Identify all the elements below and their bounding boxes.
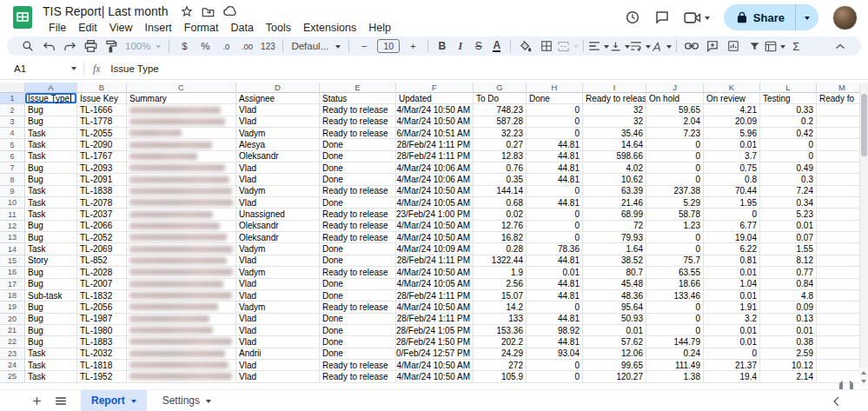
cell-C13[interactable] xyxy=(127,232,236,243)
cloud-saved-icon[interactable] xyxy=(223,6,237,17)
row-header-7[interactable]: 7 xyxy=(0,162,25,174)
cell-E15[interactable]: Done xyxy=(320,255,396,267)
cell-C2[interactable] xyxy=(127,104,236,116)
add-sheet-icon[interactable] xyxy=(31,395,43,407)
cell-C22[interactable] xyxy=(127,336,236,348)
sheets-logo-icon[interactable] xyxy=(11,6,34,29)
cell-I17[interactable]: 45.48 xyxy=(583,279,646,290)
cell-G25[interactable]: 105.9 xyxy=(474,371,527,382)
cell-H5[interactable]: 44.81 xyxy=(527,139,583,150)
row-header-5[interactable]: 5 xyxy=(0,139,25,150)
cell-A24[interactable]: Task xyxy=(25,360,77,371)
cell-G5[interactable]: 0.27 xyxy=(474,139,527,150)
cell-A3[interactable]: Bug xyxy=(25,116,77,128)
cell-K20[interactable]: 3.2 xyxy=(704,314,760,325)
cell-E7[interactable]: Done xyxy=(320,162,396,174)
cell-E8[interactable]: Done xyxy=(320,174,396,185)
cell-L23[interactable]: 2.59 xyxy=(760,348,817,360)
cell-G8[interactable]: 0.35 xyxy=(474,174,527,185)
cell-E2[interactable]: Ready to release xyxy=(320,104,396,116)
cell-G1[interactable]: To Do xyxy=(474,93,527,104)
cell-I20[interactable]: 50.93 xyxy=(583,314,646,325)
cell-F1[interactable]: Updated xyxy=(396,93,474,104)
cell-B8[interactable]: TL-2091 xyxy=(77,174,127,185)
cell-K2[interactable]: 4.21 xyxy=(704,104,760,116)
cell-L2[interactable]: 0.33 xyxy=(760,104,817,116)
cell-B19[interactable]: TL-2056 xyxy=(77,302,127,313)
cell-A22[interactable]: Bug xyxy=(25,336,77,348)
cell-J14[interactable]: 0 xyxy=(646,243,704,255)
cell-F10[interactable]: 4/Mar/24 10:05 AM xyxy=(396,197,474,209)
cell-A25[interactable]: Task xyxy=(25,371,77,382)
cell-E4[interactable]: Ready to release xyxy=(320,128,396,139)
cell-K13[interactable]: 19.04 xyxy=(704,232,760,243)
row-header-15[interactable]: 15 xyxy=(0,255,25,267)
menu-tools[interactable]: Tools xyxy=(260,21,297,35)
cell-I15[interactable]: 38.52 xyxy=(583,255,646,267)
cell-I9[interactable]: 63.39 xyxy=(583,186,646,197)
cell-C15[interactable] xyxy=(127,255,236,267)
cell-F15[interactable]: 28/Feb/24 1:11 PM xyxy=(396,255,474,267)
cell-D3[interactable]: Vlad xyxy=(236,116,320,128)
cell-F3[interactable]: 4/Mar/24 10:50 AM xyxy=(396,116,474,128)
cell-F12[interactable]: 4/Mar/24 10:50 AM xyxy=(396,221,474,232)
row-header-23[interactable]: 23 xyxy=(0,348,25,360)
cell-A23[interactable]: Task xyxy=(25,348,77,360)
cell-G21[interactable]: 153.36 xyxy=(474,325,527,336)
text-wrap-icon[interactable] xyxy=(630,37,651,55)
cell-D10[interactable]: Vlad xyxy=(236,197,320,209)
cell-C16[interactable] xyxy=(127,267,236,278)
cell-I11[interactable]: 68.99 xyxy=(583,209,646,220)
cell-B4[interactable]: TL-2055 xyxy=(77,128,127,139)
cell-J24[interactable]: 111.49 xyxy=(646,360,704,371)
cell-D21[interactable]: Vlad xyxy=(236,325,320,336)
row-header-9[interactable]: 9 xyxy=(0,186,25,197)
cell-L20[interactable]: 0.13 xyxy=(760,314,817,325)
row-header-21[interactable]: 21 xyxy=(0,325,25,336)
cell-C14[interactable] xyxy=(127,243,236,255)
collapse-toolbar-icon[interactable] xyxy=(830,37,851,55)
column-header-C[interactable]: C xyxy=(127,83,236,93)
cell-C18[interactable] xyxy=(127,290,236,302)
cell-I1[interactable]: Ready to release xyxy=(583,93,646,104)
cell-B24[interactable]: TL-1818 xyxy=(77,360,127,371)
cell-I6[interactable]: 598.66 xyxy=(583,151,646,162)
cell-C12[interactable] xyxy=(127,221,236,232)
cell-B11[interactable]: TL-2037 xyxy=(77,209,127,220)
cell-J25[interactable]: 1.38 xyxy=(646,371,704,382)
cell-E22[interactable]: Done xyxy=(320,336,396,348)
cell-J15[interactable]: 75.7 xyxy=(646,255,704,267)
cell-I3[interactable]: 32 xyxy=(583,116,646,128)
row-header-6[interactable]: 6 xyxy=(0,151,25,162)
cell-H3[interactable]: 0 xyxy=(527,116,583,128)
cell-F19[interactable]: 4/Mar/24 10:50 AM xyxy=(396,302,474,313)
cell-J9[interactable]: 237.38 xyxy=(646,186,704,197)
cell-I4[interactable]: 35.46 xyxy=(583,128,646,139)
cell-F18[interactable]: 28/Feb/24 1:11 PM xyxy=(396,290,474,302)
account-avatar[interactable] xyxy=(832,5,858,30)
increase-font-size-button[interactable]: + xyxy=(402,37,423,55)
cell-J23[interactable]: 0.24 xyxy=(646,348,704,360)
cell-G12[interactable]: 12.76 xyxy=(474,221,527,232)
cell-L5[interactable]: 0 xyxy=(760,139,817,150)
cell-J1[interactable]: On hold xyxy=(646,93,704,104)
cell-F2[interactable]: 4/Mar/24 10:50 AM xyxy=(396,104,474,116)
menu-view[interactable]: View xyxy=(103,21,139,35)
cell-G22[interactable]: 202.2 xyxy=(474,336,527,348)
cell-K21[interactable]: 0.01 xyxy=(704,325,760,336)
cell-G16[interactable]: 1.9 xyxy=(474,267,527,278)
borders-icon[interactable] xyxy=(536,37,557,55)
search-icon[interactable] xyxy=(17,37,38,55)
cell-H8[interactable]: 44.81 xyxy=(527,174,583,185)
cell-A13[interactable]: Bug xyxy=(25,232,77,243)
cell-G3[interactable]: 587.28 xyxy=(474,116,527,128)
cell-H16[interactable]: 0.01 xyxy=(527,267,583,278)
cell-L17[interactable]: 0.84 xyxy=(760,279,817,290)
cell-E14[interactable]: Done xyxy=(320,243,396,255)
cell-A1[interactable]: Issue Type xyxy=(25,93,77,104)
cell-F11[interactable]: 23/Feb/24 1:00 PM xyxy=(396,209,474,220)
cell-E19[interactable]: Ready to release xyxy=(320,302,396,313)
cell-J6[interactable]: 0 xyxy=(646,151,704,162)
cell-D24[interactable]: Vlad xyxy=(236,360,320,371)
cell-E23[interactable]: Done xyxy=(320,348,396,360)
